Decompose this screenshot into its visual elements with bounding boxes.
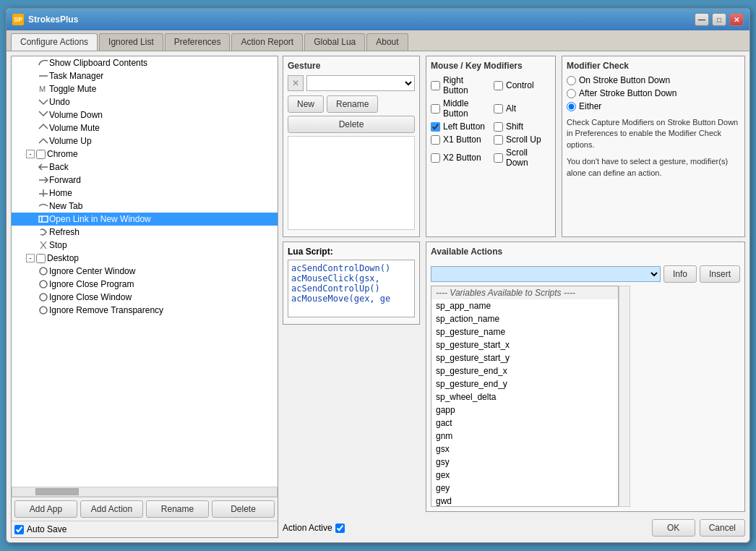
- gesture-select[interactable]: [306, 75, 415, 91]
- maximize-button[interactable]: □: [712, 13, 726, 26]
- modifier-left-btn-checkbox[interactable]: [431, 122, 440, 132]
- modifiers-label: Mouse / Key Modifiers: [431, 61, 551, 71]
- chrome-expand-btn[interactable]: -: [26, 150, 35, 158]
- tree-scroll[interactable]: Show Clipboard Contents Task Manager M T…: [12, 56, 278, 485]
- gesture-select-container[interactable]: [306, 75, 415, 91]
- tab-ignored-list[interactable]: Ignored List: [99, 33, 163, 51]
- modifier-scroll-down-checkbox[interactable]: [494, 153, 503, 163]
- modifier-right-btn-checkbox[interactable]: [431, 81, 440, 90]
- list-item-gact[interactable]: gact: [431, 417, 618, 430]
- list-item-sp-gesture-end-y[interactable]: sp_gesture_end_y: [431, 377, 618, 390]
- tree-item-home[interactable]: Home: [12, 187, 278, 200]
- modifier-alt-checkbox[interactable]: [494, 104, 503, 114]
- list-item-gsx[interactable]: gsx: [431, 443, 618, 456]
- list-item-sp-wheel-delta[interactable]: sp_wheel_delta: [431, 390, 618, 403]
- modifier-shift-checkbox[interactable]: [494, 122, 503, 132]
- radio-after-stroke-input[interactable]: [567, 89, 576, 98]
- radio-either-label: Either: [579, 101, 601, 111]
- tree-item-open-link[interactable]: Open Link in New Window: [12, 213, 278, 226]
- tree-item-show-clipboard[interactable]: Show Clipboard Contents: [12, 56, 278, 69]
- list-item-sp-gesture-start-y[interactable]: sp_gesture_start_y: [431, 351, 618, 364]
- modifier-middle-btn: Middle Button: [431, 98, 488, 119]
- info-button[interactable]: Info: [663, 265, 697, 283]
- svg-point-6: [40, 294, 47, 301]
- tab-action-report[interactable]: Action Report: [231, 33, 303, 51]
- lua-section: Lua Script: acSendControlDown() acMouseC…: [283, 242, 420, 325]
- insert-button[interactable]: Insert: [700, 265, 740, 283]
- modifier-control-checkbox[interactable]: [494, 81, 503, 90]
- available-actions-select[interactable]: [431, 266, 661, 282]
- tree-item-forward[interactable]: Forward: [12, 174, 278, 187]
- list-item-vars-header: ---- Variables Available to Scripts ----: [431, 286, 618, 299]
- list-item-sp-gesture-start-x[interactable]: sp_gesture_start_x: [431, 338, 618, 351]
- modifier-x1-btn-checkbox[interactable]: [431, 135, 440, 145]
- add-action-button[interactable]: Add Action: [80, 500, 143, 518]
- list-item-sp-gesture-end-x[interactable]: sp_gesture_end_x: [431, 364, 618, 377]
- action-active-label: Action Active: [283, 523, 332, 533]
- tree-item-back[interactable]: Back: [12, 161, 278, 174]
- tab-about[interactable]: About: [366, 33, 408, 51]
- tree-item-volume-down[interactable]: Volume Down: [12, 108, 278, 121]
- actions-dropdown-row: Info Insert: [431, 265, 740, 283]
- tree-item-refresh[interactable]: Refresh: [12, 226, 278, 239]
- chrome-checkbox[interactable]: [36, 150, 46, 159]
- gesture-delete-button[interactable]: Delete: [288, 116, 415, 133]
- lua-editor[interactable]: acSendControlDown() acMouseClick(gsx, ac…: [288, 260, 415, 317]
- modifier-middle-btn-checkbox[interactable]: [431, 104, 440, 114]
- available-actions-scrollbar[interactable]: [619, 286, 630, 507]
- tree-item-stop[interactable]: Stop: [12, 239, 278, 252]
- tree-horizontal-scrollbar[interactable]: [12, 487, 278, 497]
- tree-item-new-tab[interactable]: New Tab: [12, 200, 278, 213]
- lua-label: Lua Script:: [288, 247, 415, 257]
- list-item-sp-app-name[interactable]: sp_app_name: [431, 299, 618, 312]
- desktop-checkbox[interactable]: [36, 254, 46, 263]
- add-app-button[interactable]: Add App: [14, 500, 77, 518]
- gesture-label: Gesture: [288, 61, 415, 71]
- list-item-gex[interactable]: gex: [431, 469, 618, 482]
- tree-hscroll-thumb[interactable]: [35, 488, 79, 495]
- gesture-rename-button[interactable]: Rename: [327, 95, 378, 113]
- tree-group-chrome[interactable]: - Chrome: [12, 148, 278, 161]
- tree-item-task-manager[interactable]: Task Manager: [12, 69, 278, 82]
- tree-item-undo[interactable]: Undo: [12, 95, 278, 108]
- tree-item-volume-mute[interactable]: Volume Mute: [12, 121, 278, 134]
- action-active-checkbox[interactable]: [335, 524, 345, 533]
- available-actions-list[interactable]: ---- Variables Available to Scripts ----…: [431, 286, 619, 507]
- gesture-new-button[interactable]: New: [288, 95, 324, 113]
- modifier-alt: Alt: [494, 98, 551, 119]
- list-item-sp-action-name[interactable]: sp_action_name: [431, 312, 618, 325]
- minimize-button[interactable]: —: [695, 13, 709, 26]
- tree-item-ignore-close-prog[interactable]: Ignore Close Program: [12, 278, 278, 291]
- list-item-gsy[interactable]: gsy: [431, 456, 618, 469]
- rename-button[interactable]: Rename: [146, 500, 209, 518]
- modifier-scroll-up: Scroll Up: [494, 134, 551, 145]
- cancel-button[interactable]: Cancel: [700, 519, 745, 537]
- tab-global-lua[interactable]: Global Lua: [304, 33, 365, 51]
- modifier-check-note1: Check Capture Modifiers on Stroke Button…: [567, 117, 740, 150]
- tree-item-ignore-center[interactable]: Ignore Center Window: [12, 265, 278, 278]
- radio-after-stroke: After Stroke Button Down: [567, 88, 740, 98]
- list-item-gnm[interactable]: gnm: [431, 430, 618, 443]
- modifiers-grid: Right Button Control Middle Button: [431, 75, 551, 168]
- modifier-x2-btn-checkbox[interactable]: [431, 153, 440, 163]
- tree-item-ignore-close-win[interactable]: Ignore Close Window: [12, 291, 278, 304]
- close-button[interactable]: ✕: [729, 13, 744, 26]
- delete-button[interactable]: Delete: [212, 500, 275, 518]
- tree-item-toggle-mute[interactable]: M Toggle Mute: [12, 82, 278, 95]
- window-title: StrokesPlus: [28, 14, 695, 25]
- tree-item-ignore-remove-trans[interactable]: Ignore Remove Transparency: [12, 304, 278, 317]
- list-item-gapp[interactable]: gapp: [431, 403, 618, 417]
- tree-item-volume-up[interactable]: Volume Up: [12, 134, 278, 148]
- desktop-expand-btn[interactable]: -: [26, 254, 35, 262]
- ok-button[interactable]: OK: [652, 519, 695, 537]
- list-item-gwd[interactable]: gwd: [431, 495, 618, 507]
- tab-preferences[interactable]: Preferences: [165, 33, 231, 51]
- list-item-gey[interactable]: gey: [431, 482, 618, 495]
- radio-stroke-down-input[interactable]: [567, 76, 576, 85]
- modifier-scroll-up-checkbox[interactable]: [494, 135, 503, 145]
- radio-either-input[interactable]: [567, 102, 576, 111]
- autosave-checkbox[interactable]: [14, 525, 24, 534]
- list-item-sp-gesture-name[interactable]: sp_gesture_name: [431, 325, 618, 338]
- tree-group-desktop[interactable]: - Desktop: [12, 252, 278, 265]
- tab-configure-actions[interactable]: Configure Actions: [11, 33, 98, 51]
